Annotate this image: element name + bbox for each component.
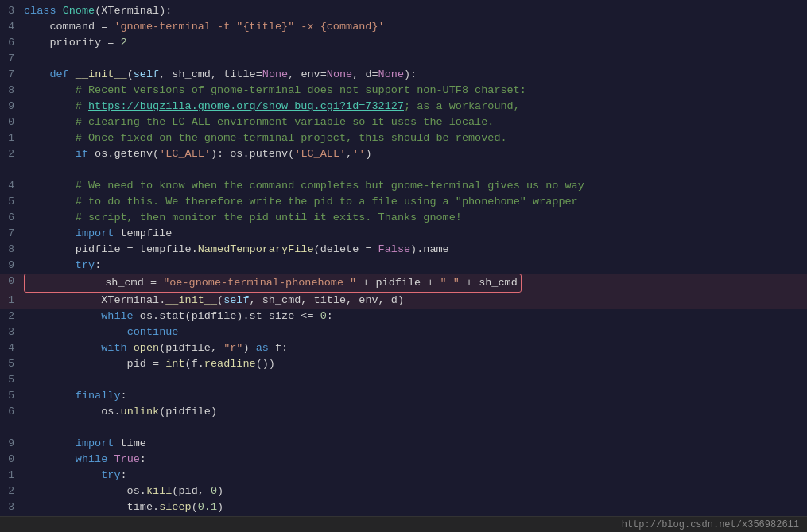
kw-token: try	[76, 259, 95, 271]
line-content: import time	[24, 436, 807, 452]
plain-token: )	[365, 148, 371, 160]
code-line: 6 os.unlink(pidfile)	[0, 404, 807, 420]
code-line: 5 finally:	[0, 388, 807, 404]
kw-token: while	[76, 453, 108, 465]
plain-token: :	[95, 259, 101, 271]
line-content: finally:	[24, 388, 807, 404]
plain-token: :	[327, 310, 333, 322]
code-line: 0 while True:	[0, 452, 807, 468]
func-token: unlink	[121, 406, 160, 417]
comment-token: # to do this. We therefore write the pid…	[24, 196, 578, 208]
plain-token	[69, 68, 76, 80]
plain-token: command =	[24, 21, 114, 33]
func-token: NamedTemporaryFile	[198, 243, 314, 255]
line-number: 1	[0, 130, 24, 146]
line-number: 4	[0, 19, 24, 35]
code-line	[0, 162, 807, 178]
line-content: while os.stat(pidfile).st_size <= 0:	[24, 309, 807, 324]
kw-token: class	[24, 5, 56, 17]
code-line: 9 # https://bugzilla.gnome.org/show_bug.…	[0, 99, 807, 115]
highlighted-code-box: sh_cmd = "oe-gnome-terminal-phonehome " …	[24, 274, 522, 293]
kw2-token: True	[114, 453, 139, 465]
code-line: 7 import tempfile	[0, 226, 807, 242]
line-content: command = 'gnome-terminal -t "{title}" -…	[24, 19, 807, 35]
line-number: 0	[0, 115, 24, 130]
line-number: 7	[0, 51, 24, 67]
line-content: time.sleep(0.1)	[24, 499, 807, 515]
line-content: # clearing the LC_ALL environment variab…	[24, 115, 807, 130]
line-number: 6	[0, 404, 24, 420]
code-line: 5	[0, 372, 807, 388]
func-token: sleep	[159, 501, 192, 513]
line-number: 6	[0, 35, 24, 51]
plain-token: (	[127, 68, 134, 80]
line-content: sh_cmd = "oe-gnome-terminal-phonehome " …	[24, 274, 807, 293]
comment-token: # clearing the LC_ALL environment variab…	[24, 116, 494, 128]
kw2-token: None	[327, 68, 352, 80]
plain-token	[24, 437, 76, 449]
line-content: while True:	[24, 452, 807, 468]
line-content: XTerminal.__init__(self, sh_cmd, title, …	[24, 293, 807, 309]
plain-token: os.getenv(	[88, 148, 159, 160]
func-token: __init__	[165, 294, 217, 306]
code-line: 8 pidfile = tempfile.NamedTemporaryFile(…	[0, 242, 807, 258]
str-token: ''	[352, 148, 365, 160]
kw-token: finally	[76, 390, 121, 402]
func-token: kill	[146, 485, 172, 497]
line-content: import tempfile	[24, 226, 807, 242]
line-number: 3	[0, 499, 24, 515]
code-line: 1 try:	[0, 468, 807, 483]
plain-token: ,	[346, 148, 352, 160]
str-token: 'LC_ALL'	[294, 148, 346, 160]
line-content: # Once fixed on the gnome-terminal proje…	[24, 130, 807, 146]
code-line: 4 # We need to know when the command com…	[0, 178, 807, 194]
plain-token	[56, 5, 63, 17]
line-number: 9	[0, 258, 24, 274]
plain-token: , sh_cmd, title, env, d)	[250, 294, 404, 306]
plain-token: :	[140, 453, 146, 465]
plain-token: os.	[24, 485, 146, 497]
num-token: 0.1	[198, 501, 217, 513]
line-content: # Recent versions of gnome-terminal does…	[24, 83, 807, 99]
plain-token: (	[217, 294, 223, 306]
kw-token: continue	[127, 326, 179, 338]
code-line: 4 with open(pidfile, "r") as f:	[0, 340, 807, 356]
line-content: def __init__(self, sh_cmd, title=None, e…	[24, 67, 807, 83]
line-number: 8	[0, 83, 24, 99]
func-token: readline	[204, 358, 256, 370]
plain-token: time	[114, 437, 146, 449]
line-content: os.unlink(pidfile)	[24, 404, 807, 420]
plain-token: ())	[256, 358, 275, 370]
code-line: 3 continue	[0, 324, 807, 340]
comment-token: # We need to know when the command compl…	[24, 180, 584, 192]
line-number: 3	[0, 324, 24, 340]
plain-token	[24, 342, 101, 354]
line-number: 0	[0, 452, 24, 468]
code-line: 1 # Once fixed on the gnome-terminal pro…	[0, 130, 807, 146]
func-token: __init__	[76, 68, 127, 80]
param-token: self	[223, 294, 249, 306]
plain-token: )	[242, 342, 255, 354]
line-content: with open(pidfile, "r") as f:	[24, 340, 807, 356]
line-number: 9	[0, 436, 24, 452]
code-line: 5 # to do this. We therefore write the p…	[0, 194, 807, 210]
plain-token: priority =	[24, 37, 121, 49]
plain-token: (XTerminal):	[95, 5, 172, 17]
kw-token: if	[76, 148, 88, 160]
line-number: 1	[0, 293, 24, 309]
status-url: http://blog.csdn.net/x356982611	[622, 519, 799, 530]
line-number: 1	[0, 468, 24, 483]
line-content: pidfile = tempfile.NamedTemporaryFile(de…	[24, 242, 807, 258]
line-content: # https://bugzilla.gnome.org/show_bug.cg…	[24, 99, 807, 115]
kw-token: import	[76, 227, 114, 239]
plain-token	[24, 148, 76, 160]
str-token: 'LC_ALL'	[159, 148, 211, 160]
kw-token: try	[101, 469, 120, 481]
comment-token: # script, then monitor the pid until it …	[24, 212, 462, 223]
plain-token: (pidfile)	[159, 406, 217, 417]
plain-token: (delete =	[314, 243, 378, 255]
func-token: int	[165, 358, 184, 370]
kw-token: import	[76, 437, 114, 449]
plain-token	[24, 68, 49, 80]
line-number: 2	[0, 483, 24, 499]
